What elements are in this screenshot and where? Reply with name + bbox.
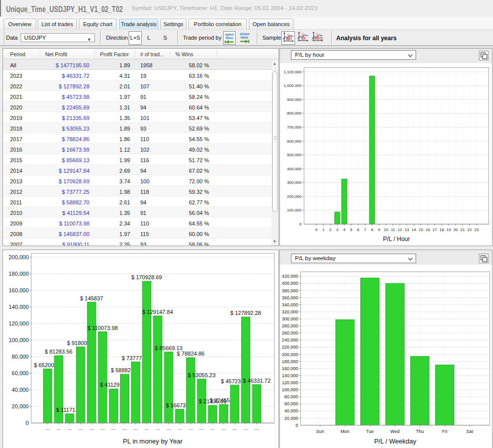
svg-text:...: ... xyxy=(144,425,149,431)
svg-text:280,000: 280,000 xyxy=(282,323,299,328)
svg-text:20,000: 20,000 xyxy=(12,403,29,409)
svg-text:360,000: 360,000 xyxy=(282,295,299,300)
svg-text:600,000: 600,000 xyxy=(287,139,302,144)
svg-text:100,000: 100,000 xyxy=(287,208,302,212)
svg-text:19: 19 xyxy=(446,228,451,232)
svg-text:100,000: 100,000 xyxy=(9,337,29,343)
svg-text:$ 145837: $ 145837 xyxy=(80,295,103,301)
svg-text:900,000: 900,000 xyxy=(287,97,302,102)
svg-text:200,000: 200,000 xyxy=(287,194,302,199)
svg-text:9: 9 xyxy=(378,228,380,232)
svg-text:$ 78824.86: $ 78824.86 xyxy=(177,351,205,357)
svg-text:10: 10 xyxy=(384,228,388,232)
svg-text:...: ... xyxy=(232,425,237,431)
svg-text:PL in money by Year: PL in money by Year xyxy=(123,437,183,445)
svg-text:300,000: 300,000 xyxy=(287,180,302,185)
svg-text:16: 16 xyxy=(426,228,430,232)
svg-text:15: 15 xyxy=(419,228,423,232)
svg-text:11: 11 xyxy=(391,228,396,232)
svg-text:...: ... xyxy=(243,425,248,431)
svg-text:7: 7 xyxy=(364,228,366,232)
svg-text:...: ... xyxy=(211,425,215,431)
svg-text:18: 18 xyxy=(439,228,444,232)
svg-text:120,000: 120,000 xyxy=(9,320,29,326)
svg-text:...: ... xyxy=(56,425,61,431)
svg-text:$ 85669.13: $ 85669.13 xyxy=(155,345,182,351)
svg-text:time: time xyxy=(226,36,233,40)
svg-text:$ 81283.56: $ 81283.56 xyxy=(45,349,72,355)
svg-text:1,000,000: 1,000,000 xyxy=(283,83,302,88)
svg-text:...: ... xyxy=(122,425,127,431)
svg-text:160,000: 160,000 xyxy=(282,366,299,371)
svg-text:21: 21 xyxy=(460,228,465,232)
svg-text:220,000: 220,000 xyxy=(282,345,299,350)
svg-text:$ 110073.98: $ 110073.98 xyxy=(87,325,118,331)
svg-text:Sun: Sun xyxy=(316,429,324,434)
svg-text:...: ... xyxy=(166,425,171,431)
svg-text:...: ... xyxy=(133,425,138,431)
svg-text:1,100,000: 1,100,000 xyxy=(283,70,302,74)
svg-text:...: ... xyxy=(155,425,160,431)
svg-text:700,000: 700,000 xyxy=(287,125,302,130)
svg-text:...: ... xyxy=(200,425,204,431)
svg-text:13: 13 xyxy=(405,228,409,232)
svg-text:80,000: 80,000 xyxy=(284,394,299,399)
svg-text:is: is xyxy=(301,35,306,41)
svg-text:420,000: 420,000 xyxy=(282,274,299,279)
svg-text:380,000: 380,000 xyxy=(282,288,299,293)
svg-text:120,000: 120,000 xyxy=(282,380,299,385)
svg-text:Tue: Tue xyxy=(366,429,374,434)
svg-text:Mon: Mon xyxy=(341,429,350,434)
svg-text:...: ... xyxy=(89,425,94,431)
svg-text:0: 0 xyxy=(26,420,29,426)
svg-text:$ 170928.69: $ 170928.69 xyxy=(131,274,162,280)
svg-text:P/L / Hour: P/L / Hour xyxy=(383,236,410,243)
svg-text:P/L / Weekday: P/L / Weekday xyxy=(374,437,416,445)
svg-text:...: ... xyxy=(67,425,72,431)
svg-text:260,000: 260,000 xyxy=(282,330,299,335)
svg-text:Sat: Sat xyxy=(466,429,473,434)
svg-text:Wed: Wed xyxy=(390,429,400,434)
svg-text:...: ... xyxy=(177,425,182,431)
svg-text:40,000: 40,000 xyxy=(12,387,29,393)
svg-text:240,000: 240,000 xyxy=(282,338,299,343)
svg-text:180,000: 180,000 xyxy=(9,271,29,277)
svg-text:180,000: 180,000 xyxy=(282,359,299,364)
svg-text:300,000: 300,000 xyxy=(282,316,299,321)
svg-text:...: ... xyxy=(254,425,259,431)
svg-text:Fri: Fri xyxy=(442,429,448,434)
svg-text:400,000: 400,000 xyxy=(287,167,302,171)
svg-text:$ 129147.84: $ 129147.84 xyxy=(142,309,173,315)
svg-text:8: 8 xyxy=(371,228,373,232)
svg-text:$ 53055.23: $ 53055.23 xyxy=(188,372,216,378)
svg-text:400,000: 400,000 xyxy=(282,281,299,286)
svg-text:500,000: 500,000 xyxy=(287,153,302,157)
svg-text:0: 0 xyxy=(295,423,298,428)
svg-text:...: ... xyxy=(45,425,50,431)
svg-text:40,000: 40,000 xyxy=(284,408,299,413)
svg-text:...: ... xyxy=(78,425,83,431)
svg-text:0: 0 xyxy=(300,222,302,227)
svg-text:14: 14 xyxy=(412,228,416,232)
svg-text:800,000: 800,000 xyxy=(287,111,302,116)
svg-text:all: all xyxy=(286,35,292,41)
svg-text:200,000: 200,000 xyxy=(282,352,299,357)
svg-text:time: time xyxy=(241,35,248,40)
svg-text:...: ... xyxy=(188,425,193,431)
svg-text:20: 20 xyxy=(453,228,458,232)
svg-text:5: 5 xyxy=(350,228,353,232)
svg-text:0: 0 xyxy=(315,228,318,232)
svg-text:$ 127892.28: $ 127892.28 xyxy=(230,310,261,316)
svg-text:Thu: Thu xyxy=(416,429,424,434)
svg-text:80,000: 80,000 xyxy=(12,354,29,360)
svg-text:...: ... xyxy=(222,425,226,431)
svg-text:100,000: 100,000 xyxy=(282,387,299,392)
svg-text:22: 22 xyxy=(467,228,472,232)
svg-text:340,000: 340,000 xyxy=(282,302,299,307)
svg-text:60,000: 60,000 xyxy=(12,370,29,376)
svg-text:...: ... xyxy=(101,425,105,431)
svg-text:23: 23 xyxy=(474,228,479,232)
svg-text:$ 46331.72: $ 46331.72 xyxy=(243,378,270,384)
svg-text:12: 12 xyxy=(398,228,402,232)
svg-text:6: 6 xyxy=(357,228,359,232)
